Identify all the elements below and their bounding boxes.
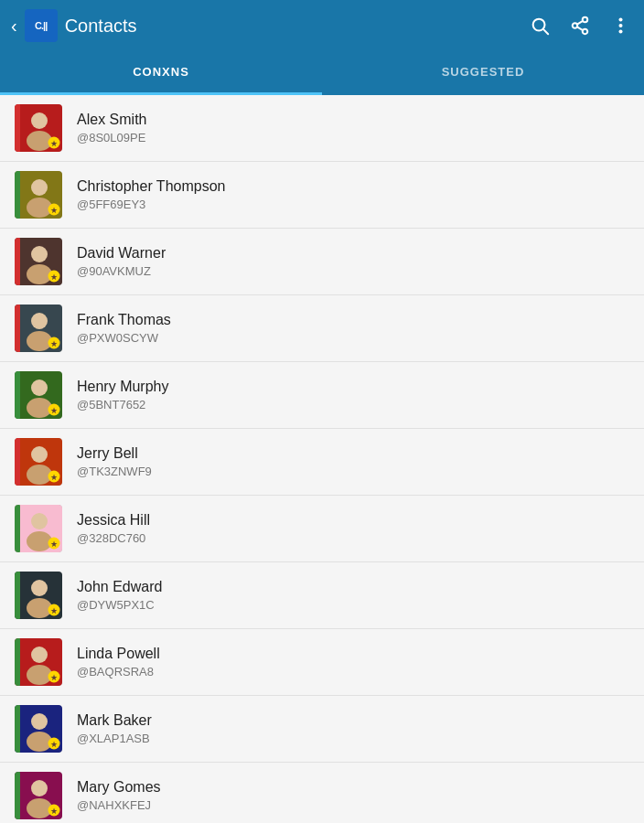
back-icon[interactable]: ‹	[11, 16, 17, 37]
svg-point-25	[27, 264, 52, 284]
svg-point-8	[618, 24, 622, 27]
svg-text:★: ★	[50, 740, 58, 749]
contact-item[interactable]: ★ Jessica Hill @328DC760	[0, 496, 644, 562]
svg-rect-29	[15, 305, 20, 352]
app-bar-actions	[527, 13, 633, 38]
svg-rect-65	[15, 705, 20, 753]
contact-info: Henry Murphy @5BNT7652	[77, 379, 629, 412]
contact-info: John Edward @DYW5PX1C	[77, 579, 629, 612]
contact-name: David Warner	[77, 245, 629, 262]
avatar: ★	[15, 772, 62, 819]
svg-line-6	[577, 21, 583, 25]
app-icon-label: C.||	[35, 20, 47, 31]
contact-name: Mark Baker	[77, 712, 629, 729]
contact-name: Alex Smith	[77, 112, 629, 128]
app-bar: ‹ C.|| Contacts	[0, 0, 644, 51]
avatar: ★	[15, 371, 62, 419]
svg-text:★: ★	[50, 273, 58, 282]
contact-item[interactable]: ★ Alex Smith @8S0L09PE	[0, 95, 644, 162]
contact-name: Frank Thomas	[77, 312, 629, 328]
svg-point-54	[31, 580, 48, 596]
svg-text:★: ★	[50, 139, 58, 148]
app-icon: C.||	[25, 9, 58, 42]
search-icon[interactable]	[527, 13, 553, 38]
svg-point-66	[31, 713, 48, 730]
more-icon[interactable]	[607, 13, 633, 38]
avatar: ★	[15, 438, 62, 486]
contact-info: Mary Gomes @NAHXKFEJ	[77, 779, 629, 812]
app-bar-left: ‹ C.|| Contacts	[11, 9, 527, 42]
contact-list: ★ Alex Smith @8S0L09PE ★ Christopher Tho…	[0, 95, 644, 823]
avatar: ★	[15, 505, 62, 552]
svg-point-9	[618, 29, 622, 33]
svg-point-13	[27, 131, 52, 151]
avatar: ★	[15, 238, 62, 285]
avatar: ★	[15, 104, 62, 152]
contact-handle: @BAQRSRA8	[77, 665, 629, 679]
contact-handle: @5FF69EY3	[77, 198, 629, 211]
svg-point-48	[31, 513, 48, 529]
contact-handle: @PXW0SCYW	[77, 331, 629, 345]
app-title: Contacts	[65, 16, 137, 37]
contact-info: Alex Smith @8S0L09PE	[77, 112, 629, 144]
contact-info: Mark Baker @XLAP1ASB	[77, 712, 629, 745]
contact-item[interactable]: ★ Linda Powell @BAQRSRA8	[0, 629, 644, 696]
contact-name: Jerry Bell	[77, 445, 629, 462]
contact-info: David Warner @90AVKMUZ	[77, 245, 629, 278]
svg-point-55	[27, 598, 52, 618]
svg-point-18	[31, 179, 48, 196]
svg-text:★: ★	[50, 206, 58, 215]
tab-conxns[interactable]: CONXNS	[0, 51, 322, 95]
svg-point-73	[27, 798, 52, 818]
contact-name: John Edward	[77, 579, 629, 595]
avatar: ★	[15, 638, 62, 686]
svg-point-7	[618, 18, 622, 22]
contact-item[interactable]: ★ Christopher Thompson @5FF69EY3	[0, 162, 644, 229]
svg-point-24	[31, 246, 48, 262]
contact-item[interactable]: ★ Frank Thomas @PXW0SCYW	[0, 295, 644, 362]
contact-item[interactable]: ★ Mary Gomes @NAHXKFEJ	[0, 763, 644, 823]
svg-point-43	[27, 465, 52, 485]
contact-item[interactable]: ★ David Warner @90AVKMUZ	[0, 229, 644, 295]
svg-text:★: ★	[50, 406, 58, 415]
contact-info: Jessica Hill @328DC760	[77, 512, 629, 545]
svg-point-30	[31, 313, 48, 329]
avatar: ★	[15, 705, 62, 753]
svg-point-37	[27, 398, 52, 418]
avatar: ★	[15, 171, 62, 219]
contact-info: Linda Powell @BAQRSRA8	[77, 646, 629, 679]
contact-handle: @90AVKMUZ	[77, 264, 629, 278]
svg-point-67	[27, 732, 52, 752]
tab-suggested[interactable]: SUGGESTED	[322, 51, 644, 95]
contact-info: Christopher Thompson @5FF69EY3	[77, 178, 629, 211]
svg-text:★: ★	[50, 540, 58, 549]
svg-point-31	[27, 331, 52, 351]
svg-point-60	[31, 647, 48, 663]
svg-rect-35	[15, 371, 20, 419]
contact-handle: @NAHXKFEJ	[77, 798, 629, 812]
contact-name: Henry Murphy	[77, 379, 629, 395]
contact-item[interactable]: ★ John Edward @DYW5PX1C	[0, 562, 644, 629]
svg-line-1	[543, 29, 548, 34]
contact-handle: @XLAP1ASB	[77, 732, 629, 745]
svg-line-5	[577, 27, 583, 30]
svg-rect-71	[15, 772, 20, 819]
svg-point-61	[27, 665, 52, 685]
contact-item[interactable]: ★ Mark Baker @XLAP1ASB	[0, 696, 644, 763]
svg-text:★: ★	[50, 606, 58, 615]
contact-info: Frank Thomas @PXW0SCYW	[77, 312, 629, 345]
contact-name: Christopher Thompson	[77, 178, 629, 195]
svg-point-12	[31, 112, 48, 129]
contact-item[interactable]: ★ Jerry Bell @TK3ZNWF9	[0, 429, 644, 496]
contact-info: Jerry Bell @TK3ZNWF9	[77, 445, 629, 478]
tabs-bar: CONXNS SUGGESTED	[0, 51, 644, 95]
contact-handle: @5BNT7652	[77, 398, 629, 412]
contact-name: Linda Powell	[77, 646, 629, 662]
contact-item[interactable]: ★ Henry Murphy @5BNT7652	[0, 362, 644, 429]
share-icon[interactable]	[567, 13, 593, 38]
svg-text:★: ★	[50, 473, 58, 482]
svg-point-36	[31, 379, 48, 396]
contact-name: Mary Gomes	[77, 779, 629, 796]
contact-name: Jessica Hill	[77, 512, 629, 529]
svg-rect-41	[15, 438, 20, 486]
